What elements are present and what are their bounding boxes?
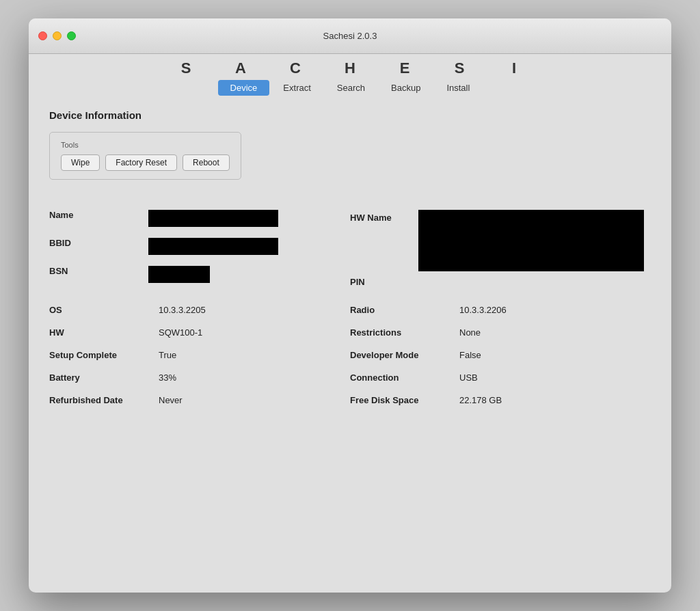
battery-value: 33% [159,372,176,383]
nav-letter-e: E [377,59,432,77]
name-row: Name [49,210,350,227]
title-bar: Sachesi 2.0.3 [29,18,671,54]
name-label: Name [49,210,148,220]
factory-reset-button[interactable]: Factory Reset [105,154,177,171]
nav-tabs: Device Extract Search Backup Install [218,80,483,96]
nav-letter-a: A [213,59,268,77]
hwname-value-redacted [418,210,644,271]
bottom-info: OS 10.3.3.2205 HW SQW100-1 Setup Complet… [49,305,651,418]
pin-row: PIN [350,277,644,287]
bbid-label: BBID [49,238,148,248]
setup-value: True [159,350,176,360]
tab-extract[interactable]: Extract [271,80,323,96]
tab-backup[interactable]: Backup [379,80,433,96]
tab-search[interactable]: Search [325,80,377,96]
diskspace-row: Free Disk Space 22.178 GB [350,395,651,405]
minimize-button[interactable] [53,31,62,40]
tab-install[interactable]: Install [434,80,482,96]
maximize-button[interactable] [67,31,76,40]
main-content: Device Information Tools Wipe Factory Re… [29,96,671,593]
refurb-label: Refurbished Date [49,395,159,405]
devmode-label: Developer Mode [350,350,459,360]
diskspace-label: Free Disk Space [350,395,459,405]
bbid-row: BBID [49,238,350,255]
connection-value: USB [459,372,478,383]
close-button[interactable] [38,31,47,40]
refurb-row: Refurbished Date Never [49,395,350,405]
devmode-value: False [459,350,481,360]
hw-label: HW [49,327,159,338]
right-top-info: HW Name PIN [350,210,651,287]
bottom-info-grid: OS 10.3.3.2205 HW SQW100-1 Setup Complet… [49,305,651,418]
hwname-row: HW Name [350,210,644,271]
right-bottom-col: Radio 10.3.3.2206 Restrictions None Deve… [350,305,651,418]
top-info-area: Name BBID BSN HW Name [49,210,651,294]
connection-label: Connection [350,372,459,383]
battery-row: Battery 33% [49,372,350,383]
refurb-value: Never [159,395,183,405]
hwname-label: HW Name [350,210,418,223]
bsn-label: BSN [49,266,148,276]
radio-value: 10.3.3.2206 [459,305,507,315]
diskspace-value: 22.178 GB [459,395,502,405]
setup-row: Setup Complete True [49,350,350,360]
nav-area: S A C H E S I Device Extract Search Back… [29,54,671,96]
tools-buttons: Wipe Factory Reset Reboot [61,154,230,171]
bsn-value-redacted [148,266,210,283]
tools-box: Tools Wipe Factory Reset Reboot [49,132,241,180]
bbid-value-redacted [148,238,278,255]
hw-value: SQW100-1 [159,327,202,338]
tab-device[interactable]: Device [218,80,270,96]
nav-letter-s: S [159,59,213,77]
reboot-button[interactable]: Reboot [183,154,230,171]
restrictions-value: None [459,327,481,338]
left-top-info: Name BBID BSN [49,210,350,294]
section-title: Device Information [49,109,651,121]
nav-letter-h: H [323,59,377,77]
setup-label: Setup Complete [49,350,159,360]
restrictions-label: Restrictions [350,327,459,338]
pin-label: PIN [350,277,418,287]
battery-label: Battery [49,372,159,383]
devmode-row: Developer Mode False [350,350,651,360]
nav-letter-i: I [487,59,541,77]
traffic-lights [38,31,76,40]
os-row: OS 10.3.3.2205 [49,305,350,315]
name-value-redacted [148,210,278,227]
os-value: 10.3.3.2205 [159,305,206,315]
radio-label: Radio [350,305,459,315]
hw-row: HW SQW100-1 [49,327,350,338]
bsn-row: BSN [49,266,350,283]
nav-letter-c: C [268,59,323,77]
nav-letter-s2: S [432,59,487,77]
wipe-button[interactable]: Wipe [61,154,100,171]
left-bottom-col: OS 10.3.3.2205 HW SQW100-1 Setup Complet… [49,305,350,418]
os-label: OS [49,305,159,315]
nav-letters: S A C H E S I [159,59,541,77]
window-title: Sachesi 2.0.3 [323,31,377,41]
radio-row: Radio 10.3.3.2206 [350,305,651,315]
main-window: Sachesi 2.0.3 S A C H E S I Device Extra… [29,18,671,593]
hwname-pin-labels: HW Name PIN [350,210,644,287]
hwname-block-wrapper [418,210,644,271]
tools-label: Tools [61,141,230,149]
connection-row: Connection USB [350,372,651,383]
restrictions-row: Restrictions None [350,327,651,338]
